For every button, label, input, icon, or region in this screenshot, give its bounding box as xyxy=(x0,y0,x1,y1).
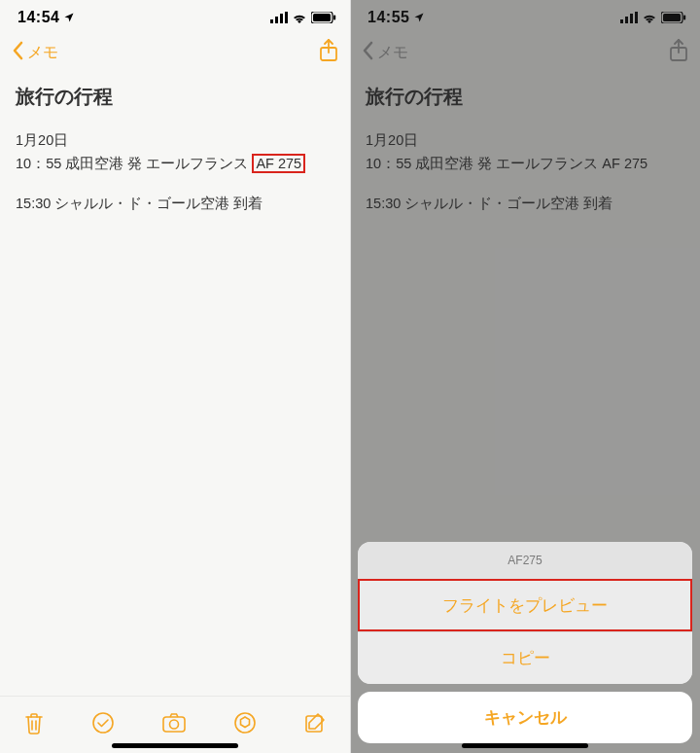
back-label: メモ xyxy=(377,43,408,63)
wifi-icon xyxy=(642,12,657,23)
svg-rect-15 xyxy=(630,14,633,23)
svg-rect-5 xyxy=(313,14,331,21)
nav-bar: メモ xyxy=(0,35,350,70)
note-body[interactable]: 旅行の行程 1月20日 10：55 成田空港 発 エールフランス AF 275 … xyxy=(0,70,350,696)
cellular-icon xyxy=(270,12,288,23)
wifi-icon xyxy=(292,12,307,23)
note-line: 10：55 成田空港 発 エールフランス AF 275 xyxy=(366,153,684,174)
action-sheet: AF275 フライトをプレビュー コピー キャンセル xyxy=(358,542,692,743)
copy-button[interactable]: コピー xyxy=(358,631,692,684)
svg-rect-0 xyxy=(270,19,273,23)
status-bar: 14:54 xyxy=(0,0,350,35)
status-time: 14:55 xyxy=(368,9,409,26)
note-line: 15:30 シャルル・ド・ゴール空港 到着 xyxy=(366,193,684,214)
compose-button[interactable] xyxy=(303,711,327,738)
svg-rect-16 xyxy=(635,12,638,23)
svg-rect-14 xyxy=(625,17,628,23)
svg-rect-13 xyxy=(620,19,623,23)
note-title: 旅行の行程 xyxy=(16,84,334,110)
status-bar: 14:55 xyxy=(350,0,700,35)
svg-rect-1 xyxy=(275,17,278,23)
trash-icon xyxy=(23,711,45,738)
chevron-left-icon xyxy=(12,41,25,64)
note-title: 旅行の行程 xyxy=(366,84,684,110)
note-line: 15:30 シャルル・ド・ゴール空港 到着 xyxy=(16,193,334,214)
home-indicator[interactable] xyxy=(462,743,588,748)
note-text: 10：55 成田空港 発 エールフランス xyxy=(16,156,252,171)
share-button[interactable] xyxy=(319,39,338,66)
flight-number-highlight[interactable]: AF 275 xyxy=(252,154,305,173)
delete-button[interactable] xyxy=(23,711,45,738)
nav-bar: メモ xyxy=(350,35,700,70)
chevron-left-icon xyxy=(362,41,375,64)
preview-flight-button[interactable]: フライトをプレビュー xyxy=(358,579,692,631)
checklist-icon xyxy=(91,711,115,738)
battery-icon xyxy=(661,12,686,23)
svg-rect-19 xyxy=(683,16,685,20)
location-icon xyxy=(413,12,425,23)
status-time: 14:54 xyxy=(18,9,59,26)
action-sheet-group: AF275 フライトをプレビュー コピー xyxy=(358,542,692,684)
note-line: 1月20日 xyxy=(366,129,684,151)
svg-rect-2 xyxy=(280,14,283,23)
location-icon xyxy=(63,12,75,23)
cancel-button[interactable]: キャンセル xyxy=(358,692,692,743)
sketch-button[interactable] xyxy=(233,711,257,738)
note-line: 1月20日 xyxy=(16,129,334,151)
camera-button[interactable] xyxy=(161,712,187,737)
camera-icon xyxy=(161,712,187,737)
share-icon xyxy=(669,39,688,66)
phone-screen-right: 14:55 メモ xyxy=(350,0,700,753)
svg-point-11 xyxy=(235,713,255,733)
note-line: 10：55 成田空港 発 エールフランス AF 275 xyxy=(16,153,334,174)
svg-point-10 xyxy=(170,720,179,729)
back-button[interactable]: メモ xyxy=(362,41,408,64)
checklist-button[interactable] xyxy=(91,711,115,738)
back-button[interactable]: メモ xyxy=(12,41,58,64)
svg-rect-18 xyxy=(663,14,681,21)
svg-point-8 xyxy=(93,713,113,733)
battery-icon xyxy=(311,12,336,23)
svg-rect-3 xyxy=(285,12,288,23)
home-indicator[interactable] xyxy=(112,743,238,748)
phone-screen-left: 14:54 メモ xyxy=(0,0,350,753)
compose-icon xyxy=(303,711,327,738)
svg-rect-6 xyxy=(333,16,335,20)
share-button[interactable] xyxy=(669,39,688,66)
back-label: メモ xyxy=(27,43,58,63)
cellular-icon xyxy=(620,12,638,23)
sketch-icon xyxy=(233,711,257,738)
share-icon xyxy=(319,39,338,66)
action-sheet-header: AF275 xyxy=(358,542,692,579)
